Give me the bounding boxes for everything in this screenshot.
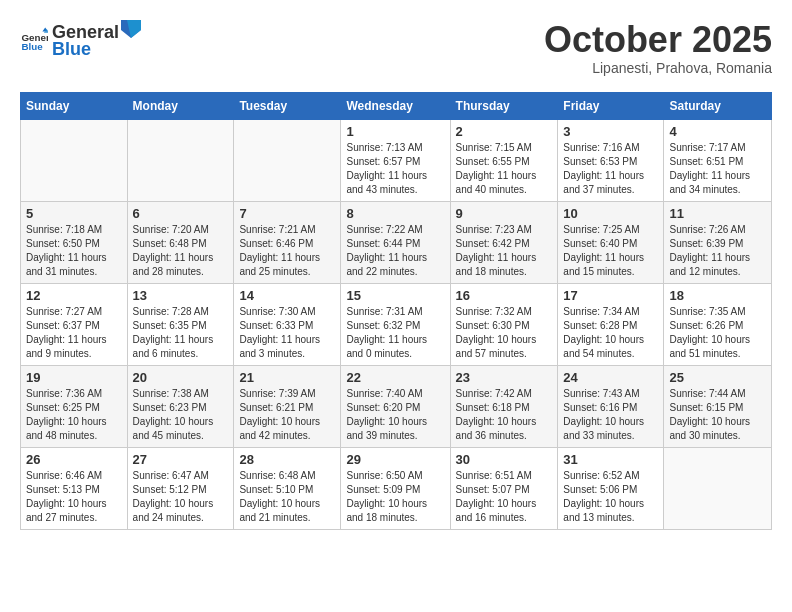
day-number: 2 [456, 124, 553, 139]
calendar-cell: 27Sunrise: 6:47 AM Sunset: 5:12 PM Dayli… [127, 447, 234, 529]
day-info: Sunrise: 6:50 AM Sunset: 5:09 PM Dayligh… [346, 469, 444, 525]
day-number: 16 [456, 288, 553, 303]
calendar-cell: 4Sunrise: 7:17 AM Sunset: 6:51 PM Daylig… [664, 119, 772, 201]
day-info: Sunrise: 7:13 AM Sunset: 6:57 PM Dayligh… [346, 141, 444, 197]
calendar-cell: 21Sunrise: 7:39 AM Sunset: 6:21 PM Dayli… [234, 365, 341, 447]
calendar-cell: 12Sunrise: 7:27 AM Sunset: 6:37 PM Dayli… [21, 283, 128, 365]
calendar-cell: 5Sunrise: 7:18 AM Sunset: 6:50 PM Daylig… [21, 201, 128, 283]
weekday-header: Wednesday [341, 92, 450, 119]
day-info: Sunrise: 7:26 AM Sunset: 6:39 PM Dayligh… [669, 223, 766, 279]
page-header: General Blue General Blue October 2025 L… [20, 20, 772, 76]
day-number: 28 [239, 452, 335, 467]
weekday-row: SundayMondayTuesdayWednesdayThursdayFrid… [21, 92, 772, 119]
day-number: 15 [346, 288, 444, 303]
calendar-cell: 16Sunrise: 7:32 AM Sunset: 6:30 PM Dayli… [450, 283, 558, 365]
svg-text:Blue: Blue [21, 41, 43, 52]
weekday-header: Saturday [664, 92, 772, 119]
day-number: 14 [239, 288, 335, 303]
day-info: Sunrise: 7:32 AM Sunset: 6:30 PM Dayligh… [456, 305, 553, 361]
day-number: 27 [133, 452, 229, 467]
day-info: Sunrise: 7:21 AM Sunset: 6:46 PM Dayligh… [239, 223, 335, 279]
day-number: 3 [563, 124, 658, 139]
day-info: Sunrise: 6:52 AM Sunset: 5:06 PM Dayligh… [563, 469, 658, 525]
calendar-cell: 31Sunrise: 6:52 AM Sunset: 5:06 PM Dayli… [558, 447, 664, 529]
calendar-cell: 1Sunrise: 7:13 AM Sunset: 6:57 PM Daylig… [341, 119, 450, 201]
day-number: 31 [563, 452, 658, 467]
calendar-week-row: 26Sunrise: 6:46 AM Sunset: 5:13 PM Dayli… [21, 447, 772, 529]
calendar-week-row: 19Sunrise: 7:36 AM Sunset: 6:25 PM Dayli… [21, 365, 772, 447]
weekday-header: Sunday [21, 92, 128, 119]
calendar-cell: 28Sunrise: 6:48 AM Sunset: 5:10 PM Dayli… [234, 447, 341, 529]
day-info: Sunrise: 7:44 AM Sunset: 6:15 PM Dayligh… [669, 387, 766, 443]
day-info: Sunrise: 7:17 AM Sunset: 6:51 PM Dayligh… [669, 141, 766, 197]
day-number: 1 [346, 124, 444, 139]
calendar-cell: 19Sunrise: 7:36 AM Sunset: 6:25 PM Dayli… [21, 365, 128, 447]
calendar-table: SundayMondayTuesdayWednesdayThursdayFrid… [20, 92, 772, 530]
weekday-header: Tuesday [234, 92, 341, 119]
day-number: 18 [669, 288, 766, 303]
logo-icon: General Blue [20, 26, 48, 54]
day-number: 23 [456, 370, 553, 385]
day-info: Sunrise: 7:36 AM Sunset: 6:25 PM Dayligh… [26, 387, 122, 443]
day-number: 20 [133, 370, 229, 385]
day-info: Sunrise: 7:18 AM Sunset: 6:50 PM Dayligh… [26, 223, 122, 279]
day-info: Sunrise: 7:22 AM Sunset: 6:44 PM Dayligh… [346, 223, 444, 279]
logo-arrow-icon [121, 20, 141, 38]
day-info: Sunrise: 7:40 AM Sunset: 6:20 PM Dayligh… [346, 387, 444, 443]
day-number: 24 [563, 370, 658, 385]
day-number: 8 [346, 206, 444, 221]
calendar-cell [664, 447, 772, 529]
calendar-cell: 3Sunrise: 7:16 AM Sunset: 6:53 PM Daylig… [558, 119, 664, 201]
day-info: Sunrise: 7:34 AM Sunset: 6:28 PM Dayligh… [563, 305, 658, 361]
location-subtitle: Lipanesti, Prahova, Romania [544, 60, 772, 76]
day-info: Sunrise: 7:25 AM Sunset: 6:40 PM Dayligh… [563, 223, 658, 279]
day-info: Sunrise: 6:46 AM Sunset: 5:13 PM Dayligh… [26, 469, 122, 525]
day-number: 30 [456, 452, 553, 467]
day-info: Sunrise: 6:47 AM Sunset: 5:12 PM Dayligh… [133, 469, 229, 525]
title-block: October 2025 Lipanesti, Prahova, Romania [544, 20, 772, 76]
calendar-cell: 20Sunrise: 7:38 AM Sunset: 6:23 PM Dayli… [127, 365, 234, 447]
day-number: 11 [669, 206, 766, 221]
calendar-cell: 23Sunrise: 7:42 AM Sunset: 6:18 PM Dayli… [450, 365, 558, 447]
logo: General Blue General Blue [20, 20, 143, 60]
day-number: 17 [563, 288, 658, 303]
calendar-cell: 11Sunrise: 7:26 AM Sunset: 6:39 PM Dayli… [664, 201, 772, 283]
day-info: Sunrise: 7:31 AM Sunset: 6:32 PM Dayligh… [346, 305, 444, 361]
calendar-cell: 2Sunrise: 7:15 AM Sunset: 6:55 PM Daylig… [450, 119, 558, 201]
calendar-header: SundayMondayTuesdayWednesdayThursdayFrid… [21, 92, 772, 119]
calendar-cell [21, 119, 128, 201]
calendar-cell: 30Sunrise: 6:51 AM Sunset: 5:07 PM Dayli… [450, 447, 558, 529]
day-number: 21 [239, 370, 335, 385]
calendar-cell: 24Sunrise: 7:43 AM Sunset: 6:16 PM Dayli… [558, 365, 664, 447]
calendar-cell: 18Sunrise: 7:35 AM Sunset: 6:26 PM Dayli… [664, 283, 772, 365]
weekday-header: Monday [127, 92, 234, 119]
day-number: 7 [239, 206, 335, 221]
calendar-week-row: 1Sunrise: 7:13 AM Sunset: 6:57 PM Daylig… [21, 119, 772, 201]
day-info: Sunrise: 7:39 AM Sunset: 6:21 PM Dayligh… [239, 387, 335, 443]
day-info: Sunrise: 7:28 AM Sunset: 6:35 PM Dayligh… [133, 305, 229, 361]
day-info: Sunrise: 7:38 AM Sunset: 6:23 PM Dayligh… [133, 387, 229, 443]
weekday-header: Thursday [450, 92, 558, 119]
calendar-cell: 25Sunrise: 7:44 AM Sunset: 6:15 PM Dayli… [664, 365, 772, 447]
day-number: 6 [133, 206, 229, 221]
calendar-cell [127, 119, 234, 201]
month-title: October 2025 [544, 20, 772, 60]
calendar-cell: 17Sunrise: 7:34 AM Sunset: 6:28 PM Dayli… [558, 283, 664, 365]
day-info: Sunrise: 7:42 AM Sunset: 6:18 PM Dayligh… [456, 387, 553, 443]
calendar-cell: 6Sunrise: 7:20 AM Sunset: 6:48 PM Daylig… [127, 201, 234, 283]
day-info: Sunrise: 7:16 AM Sunset: 6:53 PM Dayligh… [563, 141, 658, 197]
calendar-body: 1Sunrise: 7:13 AM Sunset: 6:57 PM Daylig… [21, 119, 772, 529]
day-number: 13 [133, 288, 229, 303]
calendar-cell: 8Sunrise: 7:22 AM Sunset: 6:44 PM Daylig… [341, 201, 450, 283]
day-number: 9 [456, 206, 553, 221]
day-number: 19 [26, 370, 122, 385]
day-number: 22 [346, 370, 444, 385]
calendar-cell: 7Sunrise: 7:21 AM Sunset: 6:46 PM Daylig… [234, 201, 341, 283]
day-info: Sunrise: 7:30 AM Sunset: 6:33 PM Dayligh… [239, 305, 335, 361]
calendar-week-row: 12Sunrise: 7:27 AM Sunset: 6:37 PM Dayli… [21, 283, 772, 365]
calendar-cell: 22Sunrise: 7:40 AM Sunset: 6:20 PM Dayli… [341, 365, 450, 447]
day-info: Sunrise: 7:20 AM Sunset: 6:48 PM Dayligh… [133, 223, 229, 279]
day-number: 25 [669, 370, 766, 385]
day-number: 5 [26, 206, 122, 221]
day-number: 4 [669, 124, 766, 139]
